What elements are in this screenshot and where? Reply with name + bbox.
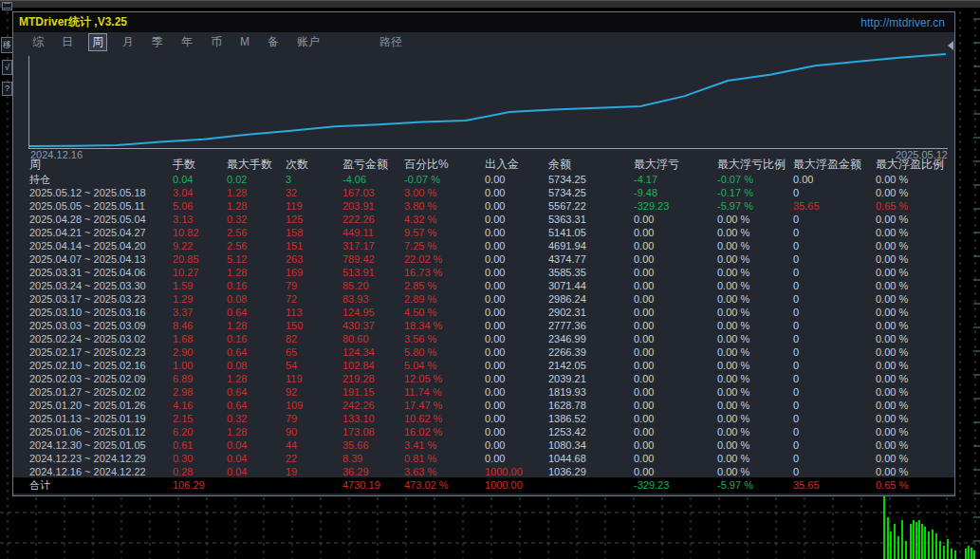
menu-item-周[interactable]: 周 xyxy=(88,33,107,50)
table-row[interactable]: 2025.02.17 ~ 2025.02.232.900.6465124.345… xyxy=(29,345,954,359)
column-header[interactable]: 手数 xyxy=(173,158,227,172)
column-header[interactable]: 最大浮盈金额 xyxy=(793,158,876,172)
cell: 0.00 xyxy=(485,332,548,345)
cell: 0.00 % xyxy=(717,279,793,292)
cell: 0.00 xyxy=(634,239,717,252)
column-header[interactable]: 最大浮盈比例 xyxy=(876,158,954,172)
column-header[interactable]: 最大浮亏比例 xyxy=(717,158,793,172)
menu-item-M[interactable]: M xyxy=(237,34,252,49)
cell: -5.97 % xyxy=(717,477,793,494)
menu-item-路径[interactable]: 路径 xyxy=(377,34,405,49)
cell xyxy=(548,477,634,494)
table-row[interactable]: 2025.04.07 ~ 2025.04.1320.855.12263789.4… xyxy=(29,252,954,266)
cell: 6.20 xyxy=(173,425,227,438)
total-row[interactable]: 合计106.294730.19473.02 %1000.00-329.23-5.… xyxy=(29,477,954,494)
row-label: 2025.01.20 ~ 2025.01.26 xyxy=(29,399,173,412)
cell: 0.00 % xyxy=(876,292,954,306)
table-row[interactable]: 2024.12.16 ~ 2024.12.220.280.041936.293.… xyxy=(29,465,954,478)
cell: 0.00 xyxy=(485,279,548,292)
cell: 0 xyxy=(793,239,876,252)
column-header[interactable]: 盈亏金额 xyxy=(342,158,404,172)
cell: 72 xyxy=(286,292,342,306)
column-header[interactable]: 最大手数 xyxy=(227,158,286,172)
table-row[interactable]: 2025.03.31 ~ 2025.04.0610.271.28169513.9… xyxy=(29,266,954,279)
table-row[interactable]: 2025.03.03 ~ 2025.03.098.461.28150430.37… xyxy=(29,319,954,332)
table-row[interactable]: 2025.01.06 ~ 2025.01.126.201.2890173.081… xyxy=(29,425,954,438)
website-link[interactable]: http://mtdriver.cn xyxy=(860,16,945,29)
sidebar-help-button[interactable]: ? xyxy=(2,82,12,96)
table-row[interactable]: 2025.02.24 ~ 2025.03.021.680.168280.603.… xyxy=(29,332,954,345)
cell: 10.82 xyxy=(173,226,227,239)
table-row[interactable]: 2025.05.12 ~ 2025.05.183.041.2832167.033… xyxy=(29,186,954,199)
cell: 0.00 xyxy=(634,319,717,332)
cell: 0 xyxy=(793,372,876,385)
cell: 65 xyxy=(286,345,342,359)
column-header[interactable]: 次数 xyxy=(286,158,342,172)
column-header[interactable]: 百分比% xyxy=(404,158,485,172)
table-row[interactable]: 2025.05.05 ~ 2025.05.115.061.28119203.91… xyxy=(29,199,954,213)
menu-item-备[interactable]: 备 xyxy=(265,34,282,49)
cell: 1.00 xyxy=(173,359,227,372)
cell: 12.05 % xyxy=(404,372,485,385)
column-header[interactable]: 余额 xyxy=(548,158,634,172)
cell: 5734.25 xyxy=(548,186,634,199)
cell: 0.00 % xyxy=(876,465,954,478)
table-row[interactable]: 2025.04.14 ~ 2025.04.209.222.56151317.17… xyxy=(29,239,954,252)
table-row[interactable]: 2025.02.10 ~ 2025.02.161.000.0854102.845… xyxy=(29,359,954,372)
table-row[interactable]: 2024.12.30 ~ 2025.01.050.610.044435.663.… xyxy=(29,438,954,452)
menu-item-综[interactable]: 综 xyxy=(29,34,46,49)
cell: 473.02 % xyxy=(404,477,485,494)
table-row[interactable]: 2025.03.24 ~ 2025.03.301.590.167985.202.… xyxy=(29,279,954,292)
sidebar-collapse-button[interactable]: 二 xyxy=(2,2,12,10)
cell: 0.00 % xyxy=(717,292,793,306)
header-row: 周手数最大手数次数盈亏金额百分比%出入金余额最大浮亏最大浮亏比例最大浮盈金额最大… xyxy=(29,158,954,172)
table-row[interactable]: 2025.04.28 ~ 2025.05.043.130.32125222.26… xyxy=(29,213,954,226)
menu-item-账户[interactable]: 账户 xyxy=(294,34,323,49)
row-label: 2025.02.03 ~ 2025.02.09 xyxy=(29,372,173,385)
table-row[interactable]: 2025.01.13 ~ 2025.01.192.150.3279133.101… xyxy=(29,412,954,425)
column-header[interactable]: 出入金 xyxy=(485,158,548,172)
cell: 0.00 % xyxy=(717,372,793,385)
menu-item-年[interactable]: 年 xyxy=(178,34,195,49)
sidebar-check-button[interactable]: √ xyxy=(2,60,12,75)
cell: 2.89 % xyxy=(404,292,485,306)
menu-item-季[interactable]: 季 xyxy=(149,34,166,49)
row-label: 2025.04.28 ~ 2025.05.04 xyxy=(29,213,173,226)
table-row[interactable]: 2025.01.20 ~ 2025.01.264.160.64109242.26… xyxy=(29,399,954,412)
row-label: 2025.03.10 ~ 2025.03.16 xyxy=(29,306,173,319)
cell: 5.12 xyxy=(227,252,286,266)
table-row[interactable]: 2025.01.27 ~ 2025.02.022.980.6492191.151… xyxy=(29,385,954,399)
table-row[interactable]: 2025.04.21 ~ 2025.04.2710.822.56158449.1… xyxy=(29,226,954,239)
cell: 0.00 xyxy=(485,226,548,239)
cell: 1.28 xyxy=(227,425,286,438)
cell: 9.22 xyxy=(173,239,227,252)
menu-item-币[interactable]: 币 xyxy=(208,34,225,49)
menu-item-月[interactable]: 月 xyxy=(120,34,137,49)
cell: 0.00 % xyxy=(876,452,954,465)
table-row[interactable]: 2025.03.17 ~ 2025.03.231.290.087283.932.… xyxy=(29,292,954,306)
cell: 0.61 xyxy=(173,438,227,452)
column-header[interactable]: 最大浮亏 xyxy=(634,158,717,172)
cell: 0.00 % xyxy=(717,226,793,239)
table-row[interactable]: 2024.12.23 ~ 2024.12.290.300.04228.390.8… xyxy=(29,452,954,465)
cell: -4.17 xyxy=(634,173,717,186)
cell: 0.64 xyxy=(227,385,286,399)
table-row[interactable]: 2025.03.10 ~ 2025.03.163.370.64113124.95… xyxy=(29,306,954,319)
table-row[interactable]: 持仓0.040.023-4.06-0.07 %0.005734.25-4.17-… xyxy=(29,173,954,186)
cell: 3071.44 xyxy=(548,279,634,292)
cell: 0 xyxy=(793,266,876,279)
table-total-row: 合计106.294730.19473.02 %1000.00-329.23-5.… xyxy=(13,477,954,494)
cell: 1036.29 xyxy=(548,465,634,478)
cell xyxy=(227,477,286,494)
cell: 0 xyxy=(793,359,876,372)
cell: 0.00 % xyxy=(717,332,793,345)
pane-collapse-arrow-icon[interactable] xyxy=(948,41,953,50)
menu-item-日[interactable]: 日 xyxy=(59,34,76,49)
cell: 0.00 % xyxy=(717,425,793,438)
cell: 242.26 xyxy=(342,399,404,412)
column-header[interactable]: 周 xyxy=(29,158,173,172)
cell: 0 xyxy=(793,226,876,239)
cell: -329.23 xyxy=(634,199,717,213)
window-titlebar[interactable]: MTDriver统计 ,V3.25 http://mtdriver.cn xyxy=(13,12,954,32)
table-row[interactable]: 2025.02.03 ~ 2025.02.096.891.28119219.28… xyxy=(29,372,954,385)
